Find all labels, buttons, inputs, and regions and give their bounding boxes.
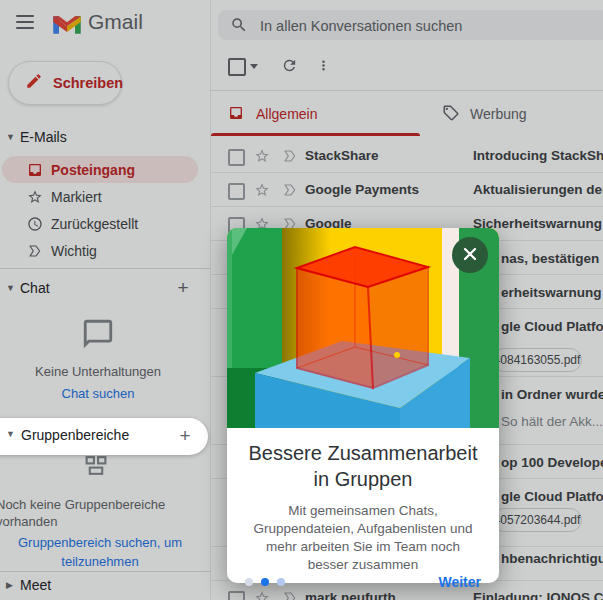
- carousel-dots: [245, 578, 285, 586]
- carousel-dot-active: [261, 578, 269, 586]
- chevron-down-icon: ▼: [6, 429, 15, 439]
- rooms-illustration: [227, 228, 499, 428]
- gmail-window: Gmail Schreiben ▼ E-Mails Posteingang Ma…: [0, 0, 603, 600]
- dialog-footer: Weiter: [227, 574, 499, 590]
- section-label: Gruppenbereiche: [21, 427, 129, 443]
- next-button[interactable]: Weiter: [438, 574, 481, 590]
- carousel-dot: [245, 578, 253, 586]
- carousel-dot: [277, 578, 285, 586]
- close-button[interactable]: [452, 237, 488, 273]
- section-header-gruppenbereiche[interactable]: ▼ Gruppenbereiche +: [0, 418, 208, 455]
- new-room-plus-icon[interactable]: +: [174, 424, 196, 448]
- dialog-title: Bessere Zusammenarbeit in Gruppen: [227, 440, 499, 492]
- onboarding-dialog: Bessere Zusammenarbeit in Gruppen Mit ge…: [227, 228, 499, 583]
- dialog-body: Mit gemeinsamen Chats, Gruppendateien, A…: [227, 502, 499, 574]
- close-icon: [463, 247, 477, 264]
